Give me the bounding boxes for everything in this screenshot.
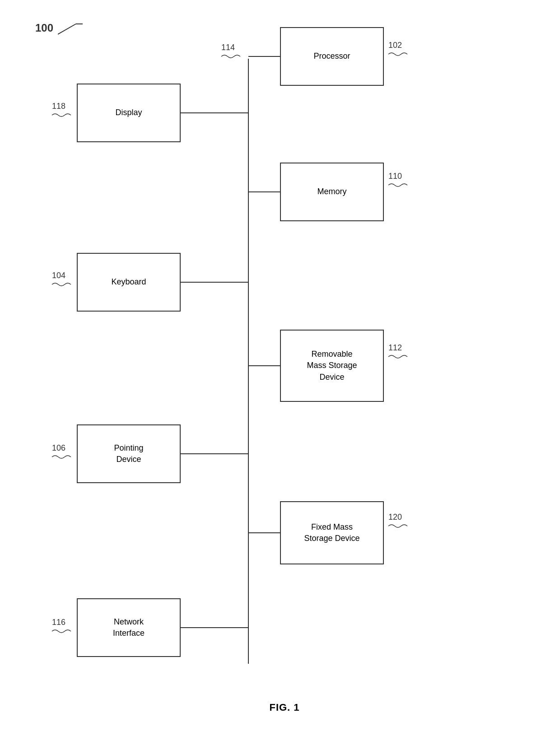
display-label: Display xyxy=(115,107,142,118)
svg-line-0 xyxy=(58,24,76,34)
display-ref-wave xyxy=(50,112,72,119)
network-ref: 116 xyxy=(52,618,65,627)
pointing-device-label: PointingDevice xyxy=(114,443,143,465)
processor-ref: 102 xyxy=(388,41,402,50)
processor-ref-wave xyxy=(386,51,409,58)
removable-storage-ref: 112 xyxy=(388,343,402,353)
memory-box: Memory xyxy=(280,163,384,221)
removable-storage-label: RemovableMass StorageDevice xyxy=(307,349,357,383)
processor-box: Processor xyxy=(280,27,384,86)
pointing-ref-wave xyxy=(50,453,72,461)
display-box: Display xyxy=(77,84,181,142)
processor-label: Processor xyxy=(313,51,350,62)
keyboard-ref: 104 xyxy=(52,271,65,280)
fig-label: FIG. 1 xyxy=(269,702,299,713)
fixed-storage-label: Fixed MassStorage Device xyxy=(304,522,359,544)
fixed-storage-ref: 120 xyxy=(388,512,402,522)
pointing-ref: 106 xyxy=(52,443,65,453)
keyboard-ref-wave xyxy=(50,281,72,288)
memory-ref-wave xyxy=(386,182,409,189)
memory-label: Memory xyxy=(317,186,346,197)
keyboard-box: Keyboard xyxy=(77,253,181,312)
diagram-number: 100 xyxy=(35,22,53,34)
diagram-container: 100 Processor xyxy=(27,14,542,727)
memory-ref: 110 xyxy=(388,172,402,181)
removable-storage-box: RemovableMass StorageDevice xyxy=(280,330,384,402)
network-ref-wave xyxy=(50,628,72,635)
display-ref: 118 xyxy=(52,102,65,111)
fixed-storage-box: Fixed MassStorage Device xyxy=(280,501,384,564)
bus-ref-wave xyxy=(219,53,242,60)
fixed-ref-wave xyxy=(386,522,409,530)
bus-ref: 114 xyxy=(221,43,235,52)
pointing-device-box: PointingDevice xyxy=(77,424,181,483)
diagram-number-arrow xyxy=(58,22,85,35)
keyboard-label: Keyboard xyxy=(111,276,146,288)
network-interface-box: NetworkInterface xyxy=(77,598,181,657)
network-interface-label: NetworkInterface xyxy=(113,616,145,639)
removable-ref-wave xyxy=(386,353,409,360)
